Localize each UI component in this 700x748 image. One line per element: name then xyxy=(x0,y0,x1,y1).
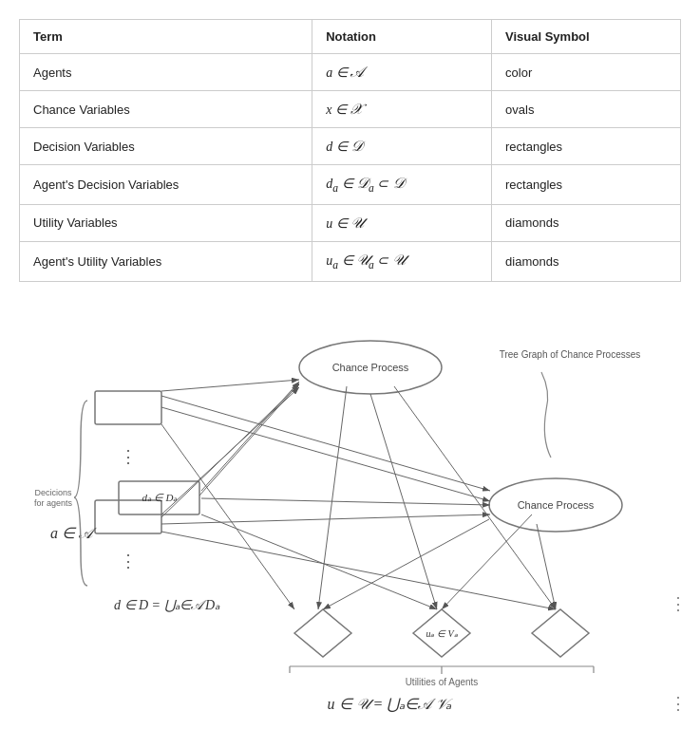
svg-line-17 xyxy=(201,382,299,491)
table-row: Agent's Decision Variablesda ∈ 𝒟a ⊂ 𝒟rec… xyxy=(20,165,681,205)
diagram-svg: Chance Process Tree Graph of Chance Proc… xyxy=(19,310,681,719)
svg-marker-21 xyxy=(532,609,589,657)
utilities-label: Utilities of Agents xyxy=(406,677,479,687)
diagram-section: Chance Process Tree Graph of Chance Proc… xyxy=(19,310,681,719)
svg-line-24 xyxy=(394,386,556,609)
more-options-icon[interactable]: ⋮ xyxy=(670,594,681,613)
svg-line-23 xyxy=(370,394,437,609)
u-equation: u ∈ 𝒰 = ⋃ₐ∈𝒜 𝒱ₐ xyxy=(328,696,454,713)
col-header-visual: Visual Symbol xyxy=(492,20,681,54)
tree-label: Tree Graph of Chance Processes xyxy=(500,349,641,360)
svg-rect-4 xyxy=(95,391,161,424)
more-options-icon-2[interactable]: ⋮ xyxy=(670,694,681,713)
chance-process-right-label: Chance Process xyxy=(518,499,595,511)
table-row: Utility Variablesu ∈ 𝒰diamonds xyxy=(20,204,681,241)
visual-cell: diamonds xyxy=(492,204,681,241)
notation-cell: x ∈ 𝒳 xyxy=(312,91,492,128)
svg-text:⋮: ⋮ xyxy=(120,447,137,466)
notation-cell: da ∈ 𝒟a ⊂ 𝒟 xyxy=(312,165,492,205)
svg-marker-19 xyxy=(294,609,351,657)
visual-cell: diamonds xyxy=(492,241,681,281)
svg-text:⋮: ⋮ xyxy=(120,552,137,570)
notation-table: Term Notation Visual Symbol Agentsa ∈ 𝒜c… xyxy=(19,19,681,282)
term-cell: Agent's Utility Variables xyxy=(20,241,312,281)
svg-line-30 xyxy=(161,532,556,609)
svg-line-14 xyxy=(201,498,490,505)
table-row: Chance Variablesx ∈ 𝒳ovals xyxy=(20,91,681,128)
table-row: Decision Variablesd ∈ 𝒟rectangles xyxy=(20,128,681,165)
table-row: Agent's Utility Variablesua ∈ 𝒰a ⊂ 𝒰diam… xyxy=(20,241,681,281)
ua-node-label: uₐ ∈ Vₐ xyxy=(426,628,457,639)
visual-cell: rectangles xyxy=(492,128,681,165)
svg-line-26 xyxy=(442,514,532,609)
notation-cell: d ∈ 𝒟 xyxy=(312,128,492,165)
svg-text:for agents: for agents xyxy=(34,498,73,508)
svg-line-28 xyxy=(161,424,294,609)
svg-line-11 xyxy=(199,383,299,496)
col-header-term: Term xyxy=(20,20,312,54)
table-row: Agentsa ∈ 𝒜color xyxy=(20,54,681,91)
notation-cell: u ∈ 𝒰 xyxy=(312,204,492,241)
term-cell: Decision Variables xyxy=(20,128,312,165)
svg-line-25 xyxy=(323,519,489,609)
svg-line-18 xyxy=(161,387,299,514)
svg-line-29 xyxy=(201,514,437,609)
notation-cell: ua ∈ 𝒰a ⊂ 𝒰 xyxy=(312,241,492,281)
svg-line-22 xyxy=(318,386,347,609)
term-cell: Utility Variables xyxy=(20,204,312,241)
notation-cell: a ∈ 𝒜 xyxy=(312,54,492,91)
svg-rect-5 xyxy=(95,500,161,533)
decisions-label: Decicions xyxy=(34,488,72,497)
notation-table-section: Term Notation Visual Symbol Agentsa ∈ 𝒜c… xyxy=(19,19,681,282)
svg-line-15 xyxy=(161,514,490,524)
col-header-notation: Notation xyxy=(312,20,492,54)
visual-cell: ovals xyxy=(492,91,681,128)
visual-cell: color xyxy=(492,54,681,91)
svg-line-13 xyxy=(161,396,490,491)
visual-cell: rectangles xyxy=(492,165,681,205)
svg-line-10 xyxy=(161,380,299,391)
term-cell: Agent's Decision Variables xyxy=(20,165,312,205)
d-equation: d ∈ D = ⋃ₐ∈𝒜 Dₐ xyxy=(114,598,220,612)
svg-line-16 xyxy=(161,407,490,501)
term-cell: Agents xyxy=(20,54,312,91)
agent-equation-label: a ∈ 𝒜 xyxy=(50,525,97,541)
chance-process-top-label: Chance Process xyxy=(332,362,409,373)
term-cell: Chance Variables xyxy=(20,91,312,128)
d-node-label: dₐ ∈ Dₐ xyxy=(142,492,179,503)
